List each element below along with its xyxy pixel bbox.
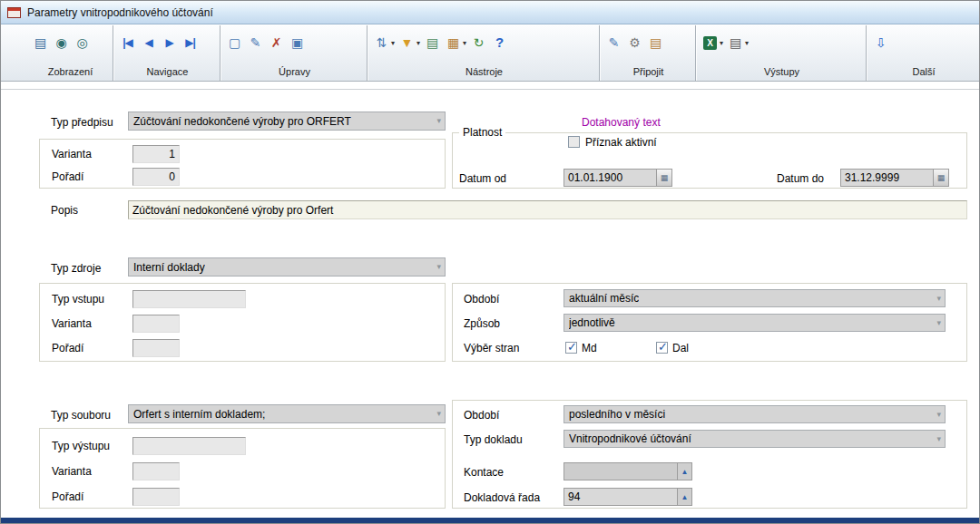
toolbar-group-label: Úpravy bbox=[224, 66, 365, 78]
export-icon: ▤ bbox=[424, 34, 441, 51]
attachments-list-icon: ▤ bbox=[647, 34, 664, 51]
datum-od-label: Datum od bbox=[459, 172, 506, 186]
typ-dokladu-value: Vnitropodnikové účtování bbox=[569, 432, 691, 445]
list-view-icon: ▤ bbox=[32, 34, 49, 51]
settings-grid-button[interactable]: ⇅▾ bbox=[371, 34, 397, 52]
excel-export-button[interactable]: X▾ bbox=[700, 35, 725, 51]
predpis-poradi-value: 0 bbox=[169, 170, 175, 183]
datum-od-calendar-button[interactable]: ▦ bbox=[656, 170, 671, 186]
vyber-stran-label: Výběr stran bbox=[464, 342, 519, 355]
help-icon: ? bbox=[491, 34, 508, 51]
kontace-value bbox=[564, 463, 677, 480]
typ-souboru-select[interactable]: Orfert s interním dokladem; ▾ bbox=[128, 404, 446, 423]
filter-button[interactable]: ▼▾ bbox=[397, 34, 422, 52]
copy-record-icon: ▣ bbox=[289, 34, 306, 51]
wrench-button[interactable]: ⚙ bbox=[624, 34, 645, 52]
predpis-poradi-input[interactable]: 0 bbox=[132, 168, 180, 186]
edit-record-button[interactable]: ✎ bbox=[245, 34, 266, 52]
soubor-poradi-input[interactable] bbox=[132, 488, 180, 506]
toolbar-icons-row: |◀◀▶▶| bbox=[117, 30, 218, 55]
delete-record-icon: ✗ bbox=[268, 34, 285, 51]
calendar-period-icon: ▦ bbox=[445, 34, 462, 51]
next-record-icon: ▶ bbox=[161, 34, 178, 51]
first-record-button[interactable]: |◀ bbox=[117, 34, 138, 52]
refresh-icon: ↻ bbox=[470, 34, 487, 51]
bottom-strip bbox=[1, 518, 979, 524]
typ-vstupu-input[interactable] bbox=[132, 290, 246, 308]
toolbar-icons-row: ▢✎✗▣ bbox=[224, 30, 365, 55]
typ-dokladu-label: Typ dokladu bbox=[464, 433, 523, 447]
zdroj-obdobi-label: Období bbox=[464, 293, 499, 306]
toolbar-group-label: Nástroje bbox=[371, 66, 597, 78]
copy-record-button[interactable]: ▣ bbox=[287, 34, 308, 52]
print-button[interactable]: ▤▾ bbox=[725, 34, 750, 52]
toolbar-group-pripojit: ✎⚙▤Připojit bbox=[600, 25, 696, 81]
wrench-icon: ⚙ bbox=[626, 34, 643, 51]
typ-zdroje-value: Interní doklady bbox=[133, 261, 205, 274]
more-down-button[interactable]: ⇩ bbox=[870, 34, 891, 52]
next-record-button[interactable]: ▶ bbox=[159, 34, 180, 52]
md-checkbox[interactable] bbox=[565, 342, 577, 354]
export-button[interactable]: ▤ bbox=[422, 34, 443, 52]
eye-columns-button[interactable]: ◎ bbox=[72, 34, 93, 52]
dal-label: Dal bbox=[672, 342, 689, 355]
typ-souboru-value: Orfert s interním dokladem; bbox=[133, 408, 265, 421]
eye-button[interactable]: ◉ bbox=[51, 34, 72, 52]
kontace-field[interactable]: ▲ bbox=[564, 462, 692, 480]
eye-columns-icon: ◎ bbox=[74, 34, 91, 51]
toolbar-group-dalsi: ⇩Další bbox=[867, 25, 979, 81]
zdroj-obdobi-value: aktuální měsíc bbox=[569, 292, 639, 305]
md-label: Md bbox=[582, 342, 597, 355]
dropdown-arrow-icon: ▾ bbox=[745, 39, 749, 47]
previous-record-icon: ◀ bbox=[140, 34, 157, 51]
last-record-icon: ▶| bbox=[181, 34, 199, 51]
excel-export-icon: X bbox=[703, 36, 717, 50]
dokladova-rada-lookup-button[interactable]: ▲ bbox=[677, 489, 691, 505]
popis-input[interactable]: Zúčtování nedokončené výroby pro Orfert bbox=[128, 200, 967, 219]
kontace-lookup-button[interactable]: ▲ bbox=[677, 463, 691, 480]
predpis-varianta-input[interactable]: 1 bbox=[132, 145, 180, 163]
soubor-varianta-input[interactable] bbox=[132, 462, 180, 480]
typ-zdroje-select[interactable]: Interní doklady ▾ bbox=[128, 257, 446, 277]
dokladova-rada-field[interactable]: 94 ▲ bbox=[564, 488, 692, 506]
eye-icon: ◉ bbox=[53, 34, 70, 51]
zdroj-varianta-input[interactable] bbox=[132, 315, 180, 333]
zpusob-label: Způsob bbox=[464, 317, 500, 331]
settings-grid-icon: ⇅ bbox=[373, 34, 390, 51]
platnost-group-label: Platnost bbox=[459, 126, 505, 139]
zdroj-obdobi-select[interactable]: aktuální měsíc ▾ bbox=[564, 289, 946, 307]
typ-vstupu-label: Typ vstupu bbox=[52, 293, 104, 306]
title-bar[interactable]: Parametry vnitropodnikového účtování bbox=[1, 1, 979, 24]
list-view-button[interactable]: ▤ bbox=[30, 34, 51, 52]
datum-do-field[interactable]: 31.12.9999 ▦ bbox=[840, 169, 949, 187]
zdroj-poradi-input[interactable] bbox=[132, 339, 180, 357]
calendar-period-button[interactable]: ▦▾ bbox=[443, 34, 468, 52]
toolbar: ▤◉◎Zobrazení|◀◀▶▶|Navigace▢✎✗▣Úpravy⇅▾▼▾… bbox=[1, 25, 979, 82]
typ-predpisu-value: Zúčtování nedokončené výroby pro ORFERT bbox=[133, 115, 351, 128]
dokladova-rada-label: Dokladová řada bbox=[464, 491, 540, 505]
refresh-button[interactable]: ↻ bbox=[468, 34, 489, 52]
chevron-down-icon: ▾ bbox=[436, 116, 441, 125]
soubor-obdobi-select[interactable]: posledního v měsíci ▾ bbox=[564, 405, 946, 423]
attachments-list-button[interactable]: ▤ bbox=[645, 34, 666, 52]
dal-checkbox[interactable] bbox=[656, 342, 668, 354]
zpusob-select[interactable]: jednotlivě ▾ bbox=[564, 314, 946, 332]
delete-record-button[interactable]: ✗ bbox=[266, 34, 287, 52]
new-record-button[interactable]: ▢ bbox=[224, 34, 245, 52]
edit-document-button[interactable]: ✎ bbox=[603, 34, 624, 52]
dropdown-arrow-icon: ▾ bbox=[463, 39, 466, 47]
app-icon[interactable] bbox=[7, 7, 21, 18]
chevron-down-icon: ▾ bbox=[436, 262, 441, 271]
typ-dokladu-select[interactable]: Vnitropodnikové účtování ▾ bbox=[564, 430, 946, 448]
datum-do-value: 31.12.9999 bbox=[841, 170, 933, 186]
zdroj-varianta-label: Varianta bbox=[52, 317, 92, 331]
last-record-button[interactable]: ▶| bbox=[180, 34, 201, 52]
datum-do-calendar-button[interactable]: ▦ bbox=[933, 170, 948, 186]
typ-vystupu-input[interactable] bbox=[132, 437, 246, 455]
dokladova-rada-value: 94 bbox=[564, 489, 677, 505]
typ-predpisu-select[interactable]: Zúčtování nedokončené výroby pro ORFERT … bbox=[128, 112, 446, 131]
priznak-aktivni-checkbox[interactable] bbox=[568, 136, 580, 148]
help-button[interactable]: ? bbox=[489, 34, 510, 52]
previous-record-button[interactable]: ◀ bbox=[138, 34, 159, 52]
datum-od-field[interactable]: 01.01.1900 ▦ bbox=[564, 169, 672, 187]
